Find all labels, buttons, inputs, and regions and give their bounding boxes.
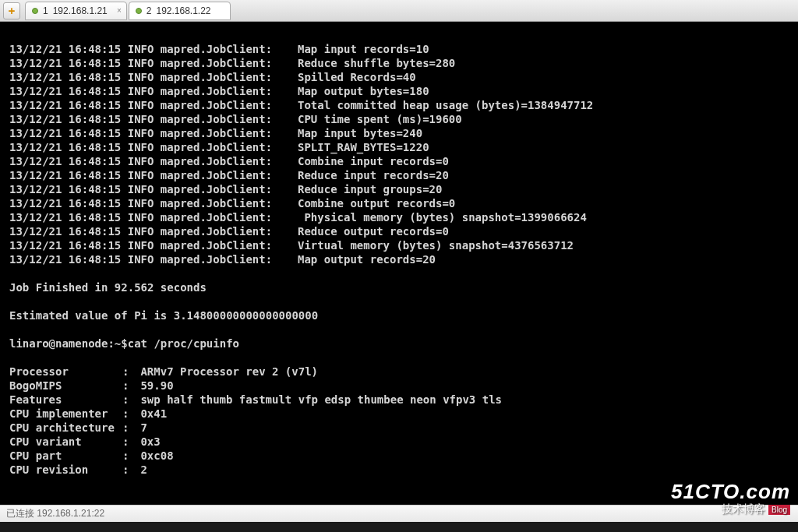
log-line: 13/12/21 16:48:15 INFO mapred.JobClient:… [9,224,789,238]
tab-label: 192.168.1.22 [156,5,210,16]
log-prefix: 13/12/21 16:48:15 INFO mapred.JobClient: [9,182,298,196]
log-prefix: 13/12/21 16:48:15 INFO mapred.JobClient: [9,196,298,210]
log-line: 13/12/21 16:48:15 INFO mapred.JobClient:… [9,210,789,224]
cpuinfo-separator: : [122,449,134,463]
cpuinfo-value: swp half thumb fastmult vfp edsp thumbee… [134,393,502,407]
log-prefix: 13/12/21 16:48:15 INFO mapred.JobClient: [9,42,298,56]
cpuinfo-label: CPU revision [9,463,122,477]
log-line: 13/12/21 16:48:15 INFO mapred.JobClient:… [9,126,789,140]
log-line: 13/12/21 16:48:15 INFO mapred.JobClient:… [9,112,789,126]
cpuinfo-label: Features [9,393,122,407]
prompt-userhost: linaro@namenode:~$ [9,336,128,351]
cpuinfo-value: 2 [134,463,147,477]
log-message: Reduce input groups=20 [298,182,789,196]
cpuinfo-separator: : [122,407,134,421]
log-prefix: 13/12/21 16:48:15 INFO mapred.JobClient: [9,210,298,224]
cpuinfo-label: CPU implementer [9,407,122,421]
log-prefix: 13/12/21 16:48:15 INFO mapred.JobClient: [9,84,298,98]
log-message: Reduce input records=20 [298,168,789,182]
new-tab-button[interactable]: + [3,2,20,19]
log-message: Map input records=10 [298,42,789,56]
cpuinfo-separator: : [122,393,134,407]
job-finished-line: Job Finished in 92.562 seconds [9,280,789,294]
cpuinfo-line: CPU variant: 0x3 [9,435,789,449]
cpuinfo-label: CPU variant [9,435,122,449]
log-prefix: 13/12/21 16:48:15 INFO mapred.JobClient: [9,70,298,84]
tab-1[interactable]: 1 192.168.1.21 × [25,2,127,20]
log-line: 13/12/21 16:48:15 INFO mapred.JobClient:… [9,252,789,266]
log-line: 13/12/21 16:48:15 INFO mapred.JobClient:… [9,196,789,210]
log-message: Combine input records=0 [298,154,789,168]
cpuinfo-value: ARMv7 Processor rev 2 (v7l) [134,365,318,379]
cpuinfo-line: CPU architecture: 7 [9,421,789,435]
log-message: Map output records=20 [298,252,789,266]
cpuinfo-value: 7 [134,421,147,435]
log-message: Map input bytes=240 [298,126,789,140]
cpuinfo-separator: : [122,435,134,449]
log-message: Virtual memory (bytes) snapshot=43765637… [298,238,789,252]
log-message: CPU time spent (ms)=19600 [298,112,789,126]
cpuinfo-separator: : [122,421,134,435]
log-line: 13/12/21 16:48:15 INFO mapred.JobClient:… [9,168,789,182]
tab-2[interactable]: 2 192.168.1.22 [129,2,231,20]
log-line: 13/12/21 16:48:15 INFO mapred.JobClient:… [9,154,789,168]
prompt-line-1: linaro@namenode:~$ cat /proc/cpuinfo [9,336,789,351]
log-prefix: 13/12/21 16:48:15 INFO mapred.JobClient: [9,98,298,112]
log-prefix: 13/12/21 16:48:15 INFO mapred.JobClient: [9,154,298,168]
tab-bar: + 1 192.168.1.21 × 2 192.168.1.22 [0,0,798,22]
cpuinfo-value: 0xc08 [134,449,174,463]
cpuinfo-label: BogoMIPS [9,379,122,393]
log-line: 13/12/21 16:48:15 INFO mapred.JobClient:… [9,98,789,112]
log-message: Map output bytes=180 [298,84,789,98]
log-message: Total committed heap usage (bytes)=13849… [298,98,789,112]
log-prefix: 13/12/21 16:48:15 INFO mapred.JobClient: [9,112,298,126]
watermark-sub: 技术博客Blog [671,502,790,516]
log-message: SPLIT_RAW_BYTES=1220 [298,140,789,154]
watermark-main: 51CTO.com [671,480,790,504]
pi-estimate-line: Estimated value of Pi is 3.1480000000000… [9,308,789,322]
cpuinfo-line: Processor: ARMv7 Processor rev 2 (v7l) [9,365,789,379]
cpuinfo-line: Features: swp half thumb fastmult vfp ed… [9,393,789,407]
watermark-badge: Blog [768,505,790,515]
cpuinfo-line: CPU revision: 2 [9,463,789,477]
cpuinfo-separator: : [122,365,134,379]
cpuinfo-block: Processor: ARMv7 Processor rev 2 (v7l)Bo… [9,365,789,477]
watermark: 51CTO.com 技术博客Blog [671,480,790,516]
cpuinfo-value: 0x3 [134,435,161,449]
cpuinfo-label: CPU architecture [9,421,122,435]
cpuinfo-label: Processor [9,365,122,379]
log-prefix: 13/12/21 16:48:15 INFO mapred.JobClient: [9,56,298,70]
log-message: Physical memory (bytes) snapshot=1399066… [298,210,789,224]
log-prefix: 13/12/21 16:48:15 INFO mapred.JobClient: [9,238,298,252]
cpuinfo-line: CPU part: 0xc08 [9,449,789,463]
log-line: 13/12/21 16:48:15 INFO mapred.JobClient:… [9,182,789,196]
log-line: 13/12/21 16:48:15 INFO mapred.JobClient:… [9,42,789,56]
log-message: Spilled Records=40 [298,70,789,84]
status-dot-icon [136,8,142,14]
log-message: Reduce shuffle bytes=280 [298,56,789,70]
log-line: 13/12/21 16:48:15 INFO mapred.JobClient:… [9,56,789,70]
cpuinfo-line: CPU implementer: 0x41 [9,407,789,421]
log-prefix: 13/12/21 16:48:15 INFO mapred.JobClient: [9,140,298,154]
cpuinfo-separator: : [122,379,134,393]
log-message: Reduce output records=0 [298,224,789,238]
tab-label: 192.168.1.21 [53,5,108,16]
status-dot-icon [32,8,38,14]
tab-index: 1 [43,5,48,16]
log-lines: 13/12/21 16:48:15 INFO mapred.JobClient:… [9,42,789,266]
log-line: 13/12/21 16:48:15 INFO mapred.JobClient:… [9,70,789,84]
log-prefix: 13/12/21 16:48:15 INFO mapred.JobClient: [9,224,298,238]
log-line: 13/12/21 16:48:15 INFO mapred.JobClient:… [9,238,789,252]
tab-index: 2 [147,5,152,16]
cpuinfo-line: BogoMIPS: 59.90 [9,379,789,393]
cpuinfo-value: 0x41 [134,407,167,421]
cpuinfo-separator: : [122,463,134,477]
terminal-output[interactable]: 13/12/21 16:48:15 INFO mapred.JobClient:… [0,22,798,505]
log-prefix: 13/12/21 16:48:15 INFO mapred.JobClient: [9,168,298,182]
cpuinfo-label: CPU part [9,449,122,463]
close-icon[interactable]: × [117,6,122,15]
log-message: Combine output records=0 [298,196,789,210]
cpuinfo-value: 59.90 [134,379,174,393]
log-prefix: 13/12/21 16:48:15 INFO mapred.JobClient: [9,126,298,140]
log-prefix: 13/12/21 16:48:15 INFO mapred.JobClient: [9,252,298,266]
